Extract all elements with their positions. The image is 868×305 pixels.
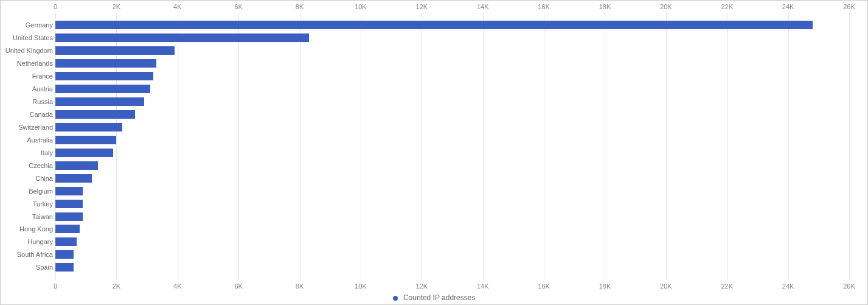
bar-fill[interactable] [55,161,98,170]
axis-tick-top: 4K [173,3,181,10]
bar-fill[interactable] [55,263,74,272]
bar-fill[interactable] [55,110,135,119]
gridline [849,13,850,280]
category-label: Switzerland [1,124,53,131]
bar-row: Spain [55,262,849,273]
category-label: Czechia [1,162,53,169]
category-label: France [1,72,53,80]
axis-tick-bottom: 16K [538,282,550,290]
axis-tick-bottom: 4K [173,282,181,290]
axis-tick-top: 8K [296,3,304,10]
bar-row: Italy [55,147,849,158]
bar-track [55,123,849,131]
bar-fill[interactable] [55,225,80,233]
bar-row: Taiwan [55,211,849,222]
bar-row: France [55,71,849,82]
bar-track [55,85,849,93]
bar-track [55,21,849,29]
legend-dot-icon [393,296,398,301]
axis-tick-top: 22K [721,3,733,10]
axis-tick-top: 20K [660,3,672,10]
bar-fill[interactable] [55,123,122,131]
bar-row: United Kingdom [55,45,849,56]
bar-track [55,72,849,80]
bar-track [55,250,849,259]
bar-track [55,237,849,246]
bar-track [55,161,849,170]
category-label: United Kingdom [1,47,53,54]
bar-track [55,46,849,55]
category-label: Russia [1,98,53,105]
bar-fill[interactable] [55,46,175,55]
category-label: Hong Kong [1,225,53,233]
bar-row: Czechia [55,160,849,171]
bar-row: Netherlands [55,58,849,69]
bar-fill[interactable] [55,33,309,42]
bars-container: GermanyUnited StatesUnited KingdomNether… [55,19,849,274]
bar-row: South Africa [55,249,849,260]
bar-fill[interactable] [55,187,83,195]
bar-row: Switzerland [55,122,849,133]
bar-fill[interactable] [55,237,77,246]
bar-row: China [55,173,849,184]
bar-fill[interactable] [55,59,156,68]
category-label: Netherlands [1,60,53,67]
bar-row: United States [55,32,849,43]
bar-row: Austria [55,83,849,94]
bar-fill[interactable] [55,97,144,106]
bar-fill[interactable] [55,21,813,29]
axis-tick-top: 0 [54,3,57,10]
bar-row: Turkey [55,198,849,209]
bar-track [55,212,849,221]
axis-tick-top: 14K [477,3,489,10]
axis-tick-bottom: 6K [234,282,242,290]
category-label: United States [1,34,53,41]
legend-label: Counted IP addresses [403,293,476,302]
axis-tick-bottom: 20K [660,282,672,290]
bar-track [55,174,849,183]
category-label: Turkey [1,200,53,208]
bar-fill[interactable] [55,136,116,144]
bar-row: Hungary [55,236,849,247]
bar-track [55,263,849,272]
axis-tick-bottom: 12K [416,282,428,290]
category-label: Hungary [1,238,53,245]
axis-tick-bottom: 10K [355,282,367,290]
category-label: Austria [1,85,53,93]
category-label: Canada [1,111,53,118]
axis-tick-top: 10K [355,3,367,10]
axis-tick-top: 12K [416,3,428,10]
category-label: Spain [1,264,53,271]
category-label: Italy [1,149,53,156]
axis-tick-bottom: 22K [721,282,733,290]
category-label: Belgium [1,188,53,195]
axis-tick-top: 18K [599,3,611,10]
category-label: China [1,175,53,182]
bar-track [55,97,849,106]
bar-track [55,136,849,144]
axis-tick-bottom: 18K [599,282,611,290]
bar-fill[interactable] [55,85,150,93]
bar-fill[interactable] [55,149,113,157]
bar-track [55,200,849,208]
bar-row: Canada [55,109,849,120]
axis-tick-bottom: 24K [782,282,794,290]
bar-track [55,59,849,68]
legend: Counted IP addresses [1,293,867,302]
bar-row: Russia [55,96,849,107]
bar-fill[interactable] [55,72,153,80]
bar-fill[interactable] [55,250,74,259]
bar-row: Australia [55,135,849,145]
axis-tick-bottom: 14K [477,282,489,290]
axis-tick-top: 16K [538,3,550,10]
axis-tick-top: 6K [234,3,242,10]
bar-track [55,225,849,233]
category-label: South Africa [1,251,53,258]
bar-fill[interactable] [55,200,83,208]
bar-fill[interactable] [55,212,83,221]
bar-fill[interactable] [55,174,92,183]
axis-tick-bottom: 2K [113,282,120,290]
axis-tick-top: 2K [113,3,120,10]
axis-tick-bottom: 26K [843,282,855,290]
category-label: Germany [1,21,53,29]
